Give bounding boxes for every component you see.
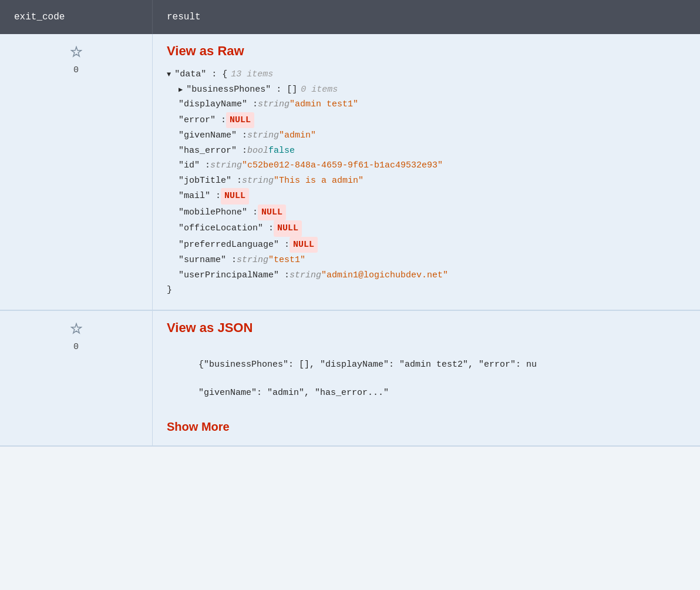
tree-item-jobtitle: "jobTitle" : string "This is a admin" bbox=[167, 173, 686, 189]
tree-item-userprincipalname: "userPrincipalName" : string "admin1@log… bbox=[167, 268, 686, 283]
left-col-row1: 0 bbox=[0, 34, 153, 310]
tree-item-haserror: "has_error" : bool false bbox=[167, 143, 686, 159]
right-col-row2: View as JSON {"businessPhones": [], "dis… bbox=[153, 311, 700, 445]
tree-item-businessphones: "businessPhones" : [] 0 items bbox=[167, 82, 686, 98]
table-row: 0 View as Raw "data" : { 13 items "busin… bbox=[0, 34, 700, 311]
tree-root: "data" : { 13 items bbox=[167, 67, 686, 82]
view-title-row2[interactable]: View as JSON bbox=[167, 320, 686, 336]
tree-item-mobilephone: "mobilePhone" : NULL bbox=[167, 205, 686, 221]
json-raw-content: {"businessPhones": [], "displayName": "a… bbox=[167, 344, 686, 414]
left-col-row2: 0 bbox=[0, 311, 153, 445]
tree-item-id: "id" : string "c52be012-848a-4659-9f61-b… bbox=[167, 158, 686, 173]
tree-item-givenname: "givenName" : string "admin" bbox=[167, 128, 686, 143]
toggle-root[interactable] bbox=[167, 69, 171, 81]
pin-icon[interactable] bbox=[70, 46, 82, 61]
right-col-row1: View as Raw "data" : { 13 items "busines… bbox=[153, 34, 700, 310]
tree-item-preferredlanguage: "preferredLanguage" : NULL bbox=[167, 237, 686, 253]
tree-item-displayname: "displayName" : string "admin test1" bbox=[167, 97, 686, 112]
exit-code-row2: 0 bbox=[73, 342, 79, 352]
json-tree-row1: "data" : { 13 items "businessPhones" : [… bbox=[167, 67, 686, 298]
exit-code-row1: 0 bbox=[73, 65, 79, 75]
header-exit-code: exit_code bbox=[0, 0, 153, 34]
tree-item-mail: "mail" : NULL bbox=[167, 188, 686, 205]
tree-closing-brace: } bbox=[167, 283, 686, 298]
toggle-businessphones[interactable] bbox=[179, 84, 183, 96]
tree-item-error: "error" : NULL bbox=[167, 112, 686, 129]
header-result: result bbox=[153, 0, 215, 34]
table-row-2: 0 View as JSON {"businessPhones": [], "d… bbox=[0, 311, 700, 447]
tree-item-officelocation: "officeLocation" : NULL bbox=[167, 220, 686, 237]
view-title-row1[interactable]: View as Raw bbox=[167, 43, 686, 59]
tree-item-surname: "surname" : string "test1" bbox=[167, 253, 686, 268]
show-more-button[interactable]: Show More bbox=[167, 420, 230, 434]
table-header: exit_code result bbox=[0, 0, 700, 34]
pin-icon-2[interactable] bbox=[70, 323, 82, 337]
